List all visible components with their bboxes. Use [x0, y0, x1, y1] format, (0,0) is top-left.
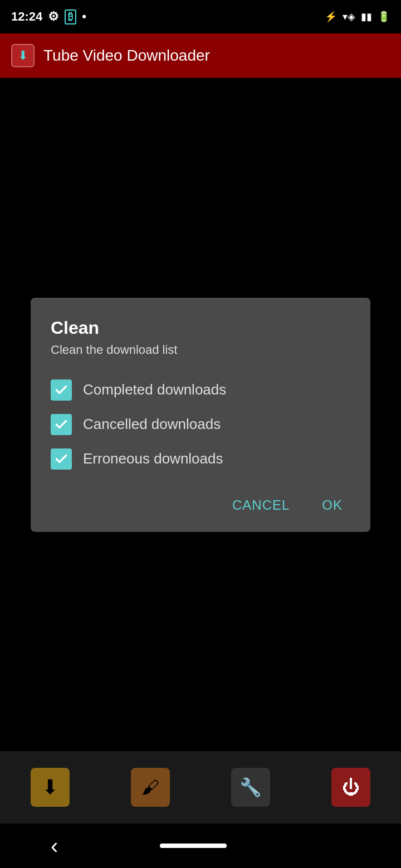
nav-item-settings[interactable]: 🔧	[226, 765, 276, 810]
nav-item-clean[interactable]: 🖌	[125, 765, 175, 810]
gear-icon: ⚙	[48, 9, 59, 24]
status-left: 12:24 ⚙ ₿ •	[11, 9, 86, 24]
bottom-nav: ⬇ 🖌 🔧 ⏻	[0, 751, 401, 823]
app-icon: ⬇	[11, 44, 35, 67]
app-title: Tube Video Downloader	[43, 47, 210, 65]
nav-download-icon: ⬇	[31, 768, 70, 807]
system-nav: ‹	[0, 823, 401, 868]
shield-icon: ₿	[65, 9, 76, 24]
settings-wrench-icon: 🔧	[239, 777, 262, 798]
power-icon: ⏻	[342, 777, 360, 798]
nav-item-power[interactable]: ⏻	[326, 765, 376, 810]
app-download-icon: ⬇	[18, 48, 28, 63]
home-indicator[interactable]	[160, 844, 227, 848]
dialog: Clean Clean the download list Completed …	[31, 298, 370, 532]
bluetooth-icon: ⚡	[325, 11, 337, 23]
content-area: Clean Clean the download list Completed …	[0, 78, 401, 751]
dialog-overlay: Clean Clean the download list Completed …	[0, 78, 401, 751]
download-icon: ⬇	[42, 776, 58, 799]
signal-icon: ▮▮	[361, 11, 372, 23]
status-right: ⚡ ▾◈ ▮▮ 🔋	[325, 11, 390, 23]
cancel-button[interactable]: CANCEL	[224, 492, 297, 519]
checkbox-item-cancelled: Cancelled downloads	[51, 414, 350, 435]
checkbox-cancelled[interactable]	[51, 414, 72, 435]
battery-icon: 🔋	[378, 11, 390, 23]
checkbox-item-erroneous: Erroneous downloads	[51, 448, 350, 470]
checkbox-label-cancelled: Cancelled downloads	[83, 416, 221, 433]
checkbox-label-completed: Completed downloads	[83, 381, 226, 398]
checkbox-label-erroneous: Erroneous downloads	[83, 450, 223, 467]
dialog-subtitle: Clean the download list	[51, 343, 350, 357]
checkbox-completed[interactable]	[51, 379, 72, 401]
nav-clean-icon: 🖌	[131, 768, 170, 807]
status-bar: 12:24 ⚙ ₿ • ⚡ ▾◈ ▮▮ 🔋	[0, 0, 401, 33]
clean-icon: 🖌	[141, 777, 159, 798]
checkbox-item-completed: Completed downloads	[51, 379, 350, 401]
ok-button[interactable]: OK	[314, 492, 350, 519]
dialog-title: Clean	[51, 318, 350, 338]
nav-item-downloads[interactable]: ⬇	[25, 765, 75, 810]
dialog-actions: CANCEL OK	[51, 486, 350, 519]
wifi-icon: ▾◈	[343, 11, 355, 23]
checkbox-erroneous[interactable]	[51, 448, 72, 470]
nav-settings-icon: 🔧	[231, 768, 270, 807]
time-display: 12:24	[11, 9, 42, 24]
app-bar: ⬇ Tube Video Downloader	[0, 33, 401, 78]
page-wrapper: 12:24 ⚙ ₿ • ⚡ ▾◈ ▮▮ 🔋 ⬇ Tube Video Downl…	[0, 0, 401, 868]
back-button[interactable]: ‹	[51, 834, 58, 859]
dot-indicator: •	[82, 9, 86, 24]
nav-power-icon: ⏻	[331, 768, 370, 807]
